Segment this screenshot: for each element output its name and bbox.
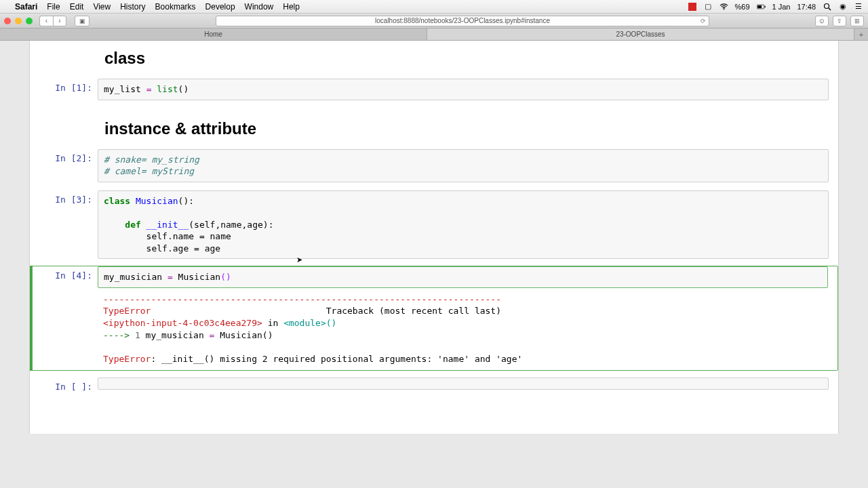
code-input-1[interactable]: my_list = list(): [98, 79, 829, 100]
minimize-window-button[interactable]: [15, 18, 22, 24]
sidebar-button[interactable]: ▣: [75, 16, 90, 26]
tab-home[interactable]: Home: [0, 28, 427, 40]
spotlight-icon[interactable]: [823, 2, 831, 11]
menu-window[interactable]: Window: [245, 2, 274, 12]
forward-button[interactable]: ›: [53, 16, 66, 26]
battery-icon[interactable]: [757, 2, 766, 11]
menu-view[interactable]: View: [93, 2, 111, 12]
code-input-3[interactable]: class Musician(): def __init__(self,name…: [98, 190, 829, 260]
reload-icon[interactable]: ⟳: [701, 18, 706, 24]
svg-rect-2: [764, 5, 765, 7]
maximize-window-button[interactable]: [26, 18, 33, 24]
code-cell-3[interactable]: In [3]: class Musician(): def __init__(s…: [30, 189, 838, 261]
prompt-empty-2: [30, 115, 98, 146]
svg-rect-3: [757, 5, 762, 8]
markdown-cell-instance[interactable]: instance & attribute: [30, 114, 838, 148]
status-red-icon[interactable]: [688, 2, 697, 11]
menu-bookmarks[interactable]: Bookmarks: [155, 2, 196, 12]
siri-icon[interactable]: ◉: [838, 2, 847, 11]
notification-icon[interactable]: ☰: [854, 2, 863, 11]
battery-text: %69: [735, 3, 750, 11]
svg-line-5: [829, 8, 831, 10]
tabs-button[interactable]: ⊞: [850, 16, 864, 26]
prompt-empty: [30, 45, 98, 76]
code-cell-1[interactable]: In [1]: my_list = list(): [30, 77, 838, 102]
share-button[interactable]: ⇧: [833, 16, 846, 26]
browser-toolbar: ‹ › ▣ localhost:8888/notebooks/23-OOPCla…: [0, 14, 868, 28]
heading-instance: instance & attribute: [104, 119, 822, 138]
markdown-cell-class[interactable]: class: [30, 43, 838, 77]
menu-edit[interactable]: Edit: [70, 2, 84, 12]
code-input-2[interactable]: # snake= my_string # camel= myString: [98, 149, 829, 182]
menu-file[interactable]: File: [47, 2, 60, 12]
tab-bar: Home 23-OOPClasses +: [0, 28, 868, 41]
url-bar[interactable]: localhost:8888/notebooks/23-OOPClasses.i…: [216, 16, 709, 26]
airplay-icon[interactable]: ▢: [704, 2, 713, 11]
code-cell-empty[interactable]: In [ ]:: [30, 376, 838, 393]
svg-point-0: [723, 8, 724, 9]
back-button[interactable]: ‹: [39, 16, 53, 26]
new-tab-button[interactable]: +: [854, 28, 868, 40]
app-name[interactable]: Safari: [15, 2, 37, 12]
heading-class: class: [104, 49, 822, 68]
menu-develop[interactable]: Develop: [205, 2, 235, 12]
menu-history[interactable]: History: [120, 2, 145, 12]
wifi-icon[interactable]: [719, 2, 728, 11]
code-input-empty[interactable]: [98, 378, 829, 390]
url-text: localhost:8888/notebooks/23-OOPClasses.i…: [375, 17, 550, 24]
code-input-4[interactable]: my_musician = Musician(): [98, 266, 828, 288]
notebook-viewport[interactable]: class In [1]: my_list = list() instance …: [0, 41, 868, 488]
prompt-4: In [4]:: [33, 266, 98, 370]
prompt-empty-cell: In [ ]:: [30, 378, 98, 392]
prompt-1: In [1]:: [30, 79, 98, 100]
downloads-button[interactable]: ⊙: [815, 16, 829, 26]
svg-point-4: [824, 3, 829, 8]
code-cell-2[interactable]: In [2]: # snake= my_string # camel= mySt…: [30, 148, 838, 184]
menu-help[interactable]: Help: [283, 2, 300, 12]
prompt-3: In [3]:: [30, 190, 98, 260]
close-window-button[interactable]: [4, 18, 11, 24]
date-text: 1 Jan: [772, 3, 791, 11]
window-controls: [4, 18, 33, 24]
mac-menubar: Safari File Edit View History Bookmarks …: [0, 0, 868, 14]
notebook-container: class In [1]: my_list = list() instance …: [29, 41, 839, 434]
error-output: ----------------------------------------…: [98, 288, 828, 370]
prompt-2: In [2]:: [30, 149, 98, 182]
tab-notebook[interactable]: 23-OOPClasses: [427, 28, 854, 40]
time-text: 17:48: [797, 3, 816, 11]
code-cell-4[interactable]: In [4]: my_musician = Musician() -------…: [30, 264, 838, 372]
